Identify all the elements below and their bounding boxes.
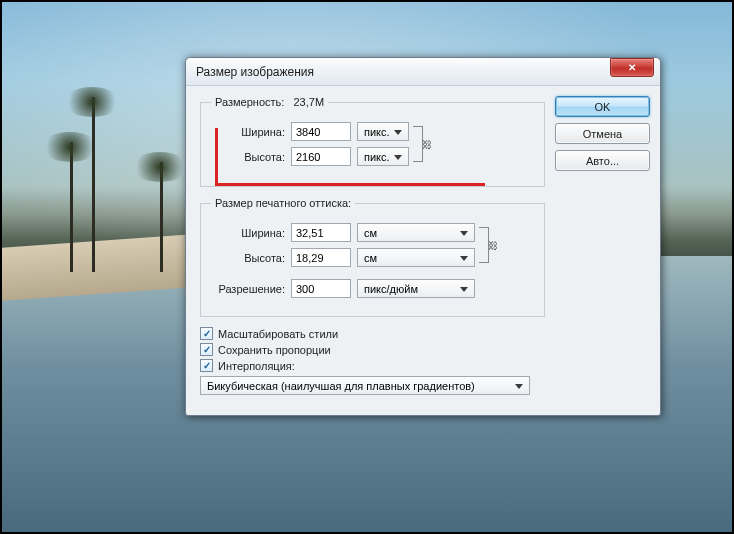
resolution-label: Разрешение: [211, 283, 285, 295]
print-height-label: Высота: [211, 252, 285, 264]
resample-label: Интерполяция: [218, 360, 295, 372]
pixel-height-unit-select[interactable]: пикс. [357, 147, 409, 166]
scale-styles-label: Масштабировать стили [218, 328, 338, 340]
dialog-titlebar[interactable]: Размер изображения ✕ [186, 58, 660, 86]
pixel-dimensions-legend: Размерность: 23,7M [211, 96, 328, 108]
close-button[interactable]: ✕ [610, 58, 654, 77]
dialog-title: Размер изображения [196, 65, 610, 79]
pixel-size-value: 23,7M [294, 96, 325, 108]
print-size-legend: Размер печатного оттиска: [211, 197, 355, 209]
resample-checkbox[interactable] [200, 359, 213, 372]
resample-checkbox-row[interactable]: Интерполяция: [200, 359, 545, 372]
resolution-unit-select[interactable]: пикс/дюйм [357, 279, 475, 298]
constrain-label: Сохранить пропорции [218, 344, 331, 356]
resolution-input[interactable] [291, 279, 351, 298]
print-height-row: Высота: см [211, 248, 475, 267]
background-palm [160, 162, 163, 272]
pixel-width-input[interactable] [291, 122, 351, 141]
background-palm [70, 142, 73, 272]
pixel-width-unit-select[interactable]: пикс. [357, 122, 409, 141]
ok-button[interactable]: OK [555, 96, 650, 117]
print-width-input[interactable] [291, 223, 351, 242]
pixel-height-label: Высота: [211, 151, 285, 163]
dialog-body: Размерность: 23,7M Ширина: пикс. [186, 86, 660, 415]
print-size-group: Размер печатного оттиска: Ширина: см Выс… [200, 197, 545, 317]
dialog-right-column: OK Отмена Авто... [555, 96, 650, 401]
pixel-width-label: Ширина: [211, 126, 285, 138]
background-palm [92, 97, 95, 272]
pixel-width-row: Ширина: пикс. [211, 122, 409, 141]
pixel-dimensions-group: Размерность: 23,7M Ширина: пикс. [200, 96, 545, 187]
auto-button[interactable]: Авто... [555, 150, 650, 171]
print-width-unit-select[interactable]: см [357, 223, 475, 242]
scale-styles-checkbox-row[interactable]: Масштабировать стили [200, 327, 545, 340]
pixel-height-input[interactable] [291, 147, 351, 166]
print-width-row: Ширина: см [211, 223, 475, 242]
chain-link-icon: ⛓ [422, 139, 432, 150]
pixel-link-bracket: ⛓ [413, 126, 423, 162]
pixel-height-row: Высота: пикс. [211, 147, 409, 166]
image-size-dialog: Размер изображения ✕ Размерность: 23,7M … [185, 57, 661, 416]
resolution-row: Разрешение: пикс/дюйм [211, 279, 534, 298]
constrain-checkbox[interactable] [200, 343, 213, 356]
print-width-label: Ширина: [211, 227, 285, 239]
constrain-checkbox-row[interactable]: Сохранить пропорции [200, 343, 545, 356]
close-icon: ✕ [628, 62, 636, 73]
chain-link-icon: ⛓ [488, 240, 498, 251]
cancel-button[interactable]: Отмена [555, 123, 650, 144]
dialog-left-column: Размерность: 23,7M Ширина: пикс. [200, 96, 545, 401]
interpolation-select[interactable]: Бикубическая (наилучшая для плавных град… [200, 376, 530, 395]
print-height-unit-select[interactable]: см [357, 248, 475, 267]
scale-styles-checkbox[interactable] [200, 327, 213, 340]
print-height-input[interactable] [291, 248, 351, 267]
print-link-bracket: ⛓ [479, 227, 489, 263]
